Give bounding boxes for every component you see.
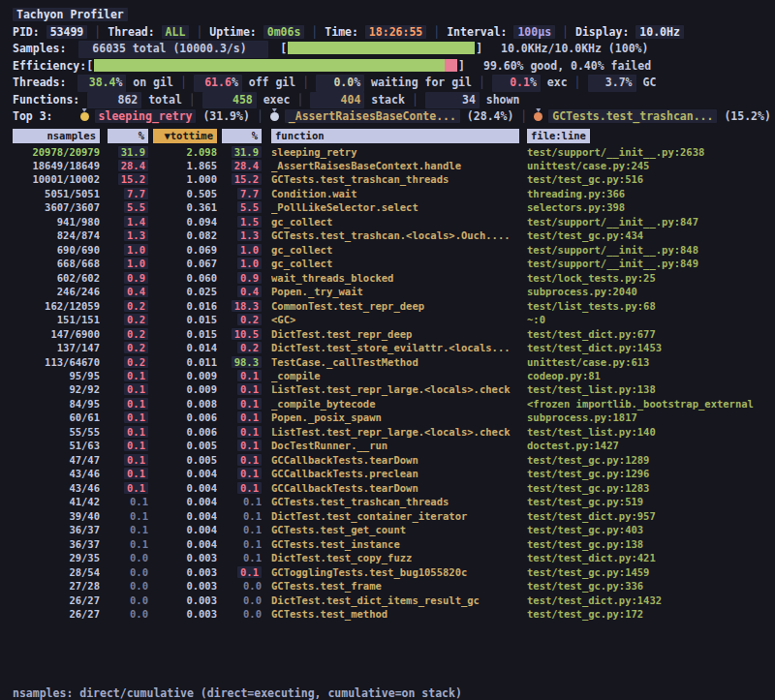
cell-tottime: 0.004 (153, 481, 217, 495)
table-row[interactable]: 824/8741.30.0821.3GCTests.test_trashcan.… (13, 228, 775, 242)
cell-tottime: 0.094 (153, 215, 217, 228)
table-row[interactable]: 27/280.00.0030.0GCTests.test_frametest/t… (13, 579, 775, 593)
cell-pct-cumulative: 1.3 (222, 228, 262, 242)
cell-nsamples: 60/61 (13, 411, 100, 424)
table-row[interactable]: 137/1470.20.0140.2DictTest.test_store_ev… (13, 341, 775, 354)
column-header-tottime-sorted[interactable]: ▼tottime (153, 129, 217, 143)
table-row[interactable]: 3607/36075.50.3615.5_PollLikeSelector.se… (13, 200, 775, 214)
time-label: Time: (325, 25, 358, 39)
table-row[interactable]: 668/6681.00.0671.0gc_collecttest/support… (13, 257, 775, 270)
table-row[interactable]: 162/120590.20.01618.3CommonTest.test_rep… (13, 299, 775, 313)
table-row[interactable]: 246/2460.40.0250.4Popen._try_waitsubproc… (13, 285, 775, 298)
samples-bar-fill (288, 42, 475, 54)
column-header-function[interactable]: function (271, 129, 519, 143)
table-row[interactable]: 28/540.00.0030.1GCTogglingTests.test_bug… (13, 565, 775, 579)
efficiency-bar-good (94, 59, 445, 72)
cell-file-line: test/test_gc.py:519 (527, 495, 775, 508)
cell-pct-direct: 0.2 (108, 341, 148, 354)
cell-pct-cumulative: 0.9 (222, 271, 262, 285)
cell-nsamples: 43/46 (13, 467, 100, 480)
cell-function-name: Popen._posix_spawn (271, 411, 519, 424)
cell-file-line: test/test_dict.py:1432 (527, 593, 775, 607)
thread-label: Thread: (108, 25, 154, 39)
top3-first-name[interactable]: sleeping_retry (95, 109, 197, 123)
table-row[interactable]: 10001/1000215.21.00015.2GCTests.test_tra… (13, 172, 775, 186)
cell-pct-cumulative: 0.1 (222, 397, 262, 411)
table-row[interactable]: 92/920.10.0090.1ListTest.test_repr_large… (13, 382, 775, 396)
table-row[interactable]: 147/69000.20.01510.5DictTest.test_repr_d… (13, 327, 775, 341)
column-header-file-line[interactable]: file:line (527, 129, 590, 143)
table-row[interactable]: 690/6901.00.0691.0gc_collecttest/support… (13, 243, 775, 257)
column-header-pct1[interactable]: % (108, 129, 148, 143)
table-row[interactable]: 43/460.10.0040.1GCCallbackTests.tearDown… (13, 481, 775, 495)
cell-pct-direct: 0.1 (108, 382, 148, 396)
threads-waiting-gil: 0.0% (316, 75, 364, 92)
table-row[interactable]: 5051/50517.70.5057.7Condition.waitthread… (13, 187, 775, 200)
cell-file-line: test/test_dict.py:677 (527, 327, 775, 341)
table-row[interactable]: 43/460.10.0040.1GCCallbackTests.preclean… (13, 467, 775, 480)
cell-file-line: unittest/case.py:245 (527, 159, 775, 172)
cell-pct-direct: 1.4 (108, 215, 148, 228)
cell-file-line: unittest/case.py:613 (527, 355, 775, 369)
table-row[interactable]: 20978/2097931.92.09831.9sleeping_retryte… (13, 145, 775, 159)
cell-function-name: GCTests.test_method (271, 607, 519, 621)
table-row[interactable]: 26/270.00.0030.0DictTest.test_dict_items… (13, 593, 775, 607)
cell-pct-direct: 15.2 (108, 172, 148, 186)
table-row[interactable]: 36/370.10.0040.1GCTests.test_instancetes… (13, 537, 775, 551)
cell-tottime: 0.005 (153, 453, 217, 467)
cell-nsamples: 941/980 (13, 215, 100, 228)
threads-on-gil: 38.4% (78, 75, 126, 92)
thread-value[interactable]: ALL (162, 25, 190, 39)
table-row[interactable]: 18649/1864928.41.86528.4_AssertRaisesBas… (13, 159, 775, 172)
cell-nsamples: 84/95 (13, 397, 100, 411)
cell-file-line: test/test_gc.py:1459 (527, 565, 775, 579)
cell-nsamples: 26/27 (13, 607, 100, 621)
cell-tottime: 0.009 (153, 382, 217, 396)
cell-function-name: <GC> (271, 313, 519, 326)
functions-stack: 404 (310, 92, 364, 109)
efficiency-line: Efficiency:[] 99.60% good, 0.40% failed (13, 58, 775, 76)
functions-label: Functions: (13, 93, 79, 107)
table-row[interactable]: 151/1510.20.0150.2<GC>~:0 (13, 313, 775, 326)
cell-nsamples: 162/12059 (13, 299, 100, 313)
cell-function-name: _PollLikeSelector.select (271, 200, 519, 214)
cell-nsamples: 47/47 (13, 453, 100, 467)
table-row[interactable]: 55/550.10.0060.1ListTest.test_repr_large… (13, 425, 775, 439)
table-body: 20978/2097931.92.09831.9sleeping_retryte… (13, 145, 775, 622)
cell-pct-direct: 0.2 (108, 355, 148, 369)
column-header-nsamples[interactable]: nsamples (13, 129, 100, 143)
cell-tottime: 0.003 (153, 607, 217, 621)
threads-exc: 0.1% (492, 75, 541, 92)
top3-second-name[interactable]: _AssertRaisesBaseConte... (285, 109, 460, 123)
table-row[interactable]: 113/646700.20.01198.3TestCase._callTestM… (13, 355, 775, 369)
top3-third-name[interactable]: GCTests.test_trashcan... (548, 109, 717, 123)
cell-tottime: 0.005 (153, 439, 217, 452)
cell-nsamples: 668/668 (13, 257, 100, 270)
cell-file-line: test/lock_tests.py:25 (527, 271, 775, 285)
cell-nsamples: 113/64670 (13, 355, 100, 369)
table-row[interactable]: 36/370.10.0040.1GCTests.test_get_countte… (13, 523, 775, 536)
table-row[interactable]: 602/6020.90.0600.9wait_threads_blockedte… (13, 271, 775, 285)
table-row[interactable]: 95/950.10.0090.1_compilecodeop.py:81 (13, 369, 775, 382)
table-row[interactable]: 29/350.00.0030.1DictTest.test_copy_fuzzt… (13, 551, 775, 564)
table-row[interactable]: 60/610.10.0060.1Popen._posix_spawnsubpro… (13, 411, 775, 424)
cell-nsamples: 39/40 (13, 509, 100, 523)
cell-file-line: test/support/__init__.py:848 (527, 243, 775, 257)
header-panel: Tachyon Profiler PID: 53499│Thread: ALL│… (0, 0, 775, 126)
cell-pct-direct: 0.2 (108, 313, 148, 326)
cell-nsamples: 51/63 (13, 439, 100, 452)
table-row[interactable]: 41/420.10.0040.1GCTests.test_trashcan_th… (13, 495, 775, 508)
cell-tottime: 0.006 (153, 411, 217, 424)
cell-file-line: codeop.py:81 (527, 369, 775, 382)
table-row[interactable]: 941/9801.40.0941.5gc_collecttest/support… (13, 215, 775, 228)
table-row[interactable]: 26/270.00.0030.0GCTests.test_methodtest/… (13, 607, 775, 621)
table-row[interactable]: 39/400.10.0040.1DictTest.test_container_… (13, 509, 775, 523)
column-header-pct2[interactable]: % (222, 129, 262, 143)
pid-value: 53499 (46, 25, 88, 39)
cell-file-line: test/test_list.py:138 (527, 382, 775, 396)
cell-pct-direct: 1.0 (108, 243, 148, 257)
cell-function-name: GCCallbackTests.preclean (271, 467, 519, 480)
table-row[interactable]: 47/470.10.0050.1GCCallbackTests.tearDown… (13, 453, 775, 467)
table-row[interactable]: 51/630.10.0050.1DocTestRunner.__rundocte… (13, 439, 775, 452)
table-row[interactable]: 84/950.10.0080.1_compile_bytecode<frozen… (13, 397, 775, 411)
